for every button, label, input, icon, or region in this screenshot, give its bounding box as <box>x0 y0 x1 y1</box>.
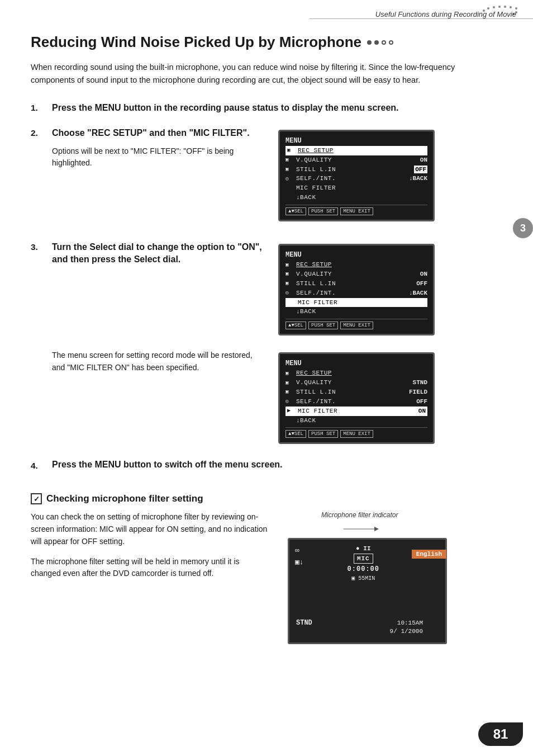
step-3-content: Turn the Select dial to change the optio… <box>52 241 511 445</box>
lcd-row-3a-mic: MIC FILTER <box>285 298 427 308</box>
step-2-label: Choose "REC SETUP" and then "MIC FILTER"… <box>52 127 264 139</box>
lcd-row-3b-self: ◎ SELF./INT. OFF <box>285 397 427 407</box>
lcd-icon-rec: ▣ <box>287 147 296 154</box>
step-4-label: Press the MENU button to switch off the … <box>52 460 283 471</box>
section-badge: 3 <box>513 218 533 238</box>
lcd-icon-vq: ▣ <box>285 157 294 163</box>
page-title-text: Reducing Wind Noise Picked Up by Microph… <box>31 34 361 51</box>
vf-dvd-remaining: ▣ 55MIN <box>351 575 375 582</box>
lcd-screen-3b: MENU ▣ REC SETUP ▣ V.QUALITY STND ▣ STIL… <box>278 352 435 444</box>
dot3 <box>382 40 386 45</box>
check-title: ✓ Checking microphone filter setting <box>31 493 511 504</box>
lcd-row-micfilter: MIC FILTER <box>285 183 427 193</box>
step-2: 2. Choose "REC SETUP" and then "MIC FILT… <box>31 127 511 221</box>
step-3-desc: The menu screen for setting record mode … <box>52 349 264 374</box>
step-2-content: Choose "REC SETUP" and then "MIC FILTER"… <box>52 127 511 221</box>
check-section: ✓ Checking microphone filter setting You… <box>31 493 511 644</box>
mic-filter-label: Microphone filter indicator <box>321 511 398 519</box>
lcd-row-3b-back: ↓BACK <box>285 416 427 426</box>
lcd-row-3b-mic: ▶ MIC FILTER ON <box>285 407 427 416</box>
english-badge: English <box>412 550 446 559</box>
step-3-label: Turn the Select dial to change the optio… <box>52 241 264 265</box>
page-number: 81 <box>493 726 508 742</box>
lcd-row-3a-rec: ▣ REC SETUP <box>285 260 427 270</box>
step-2-text: Choose "REC SETUP" and then "MIC FILTER"… <box>52 127 264 169</box>
lcd-menu-title: MENU <box>285 136 427 146</box>
lcd-row-3b-vq: ▣ V.QUALITY STND <box>285 378 427 388</box>
vf-timecode: 0:00:00 <box>348 565 379 573</box>
vf-bottom: STND 10:15AM 9/ 1/2000 <box>296 619 423 636</box>
section-number: 3 <box>520 223 526 234</box>
lcd-row-3a-still: ▣ STILL L.IN OFF <box>285 279 427 289</box>
vf-icons-left: ∞ ▣↓ <box>295 545 304 569</box>
lcd-row-3b-still: ▣ STILL L.IN FIELD <box>285 388 427 397</box>
step-3: 3. Turn the Select dial to change the op… <box>31 241 511 445</box>
page-title: Reducing Wind Noise Picked Up by Microph… <box>31 34 511 51</box>
lcd-bottom-bar: ▲▼SEL PUSH SET MENU EXIT <box>285 207 427 215</box>
step-1: 1. Press the MENU button in the recordin… <box>31 102 511 114</box>
lcd-screen-3a: MENU ▣ REC SETUP ▣ V.QUALITY ON ▣ STILL … <box>278 244 435 336</box>
check-icon: ✓ <box>31 493 42 504</box>
dot2 <box>374 40 379 45</box>
step-2-desc: Options will be next to "MIC FILTER": "O… <box>52 145 264 169</box>
lcd-screen-2: MENU ▣ REC SETUP ▣ V.QUALITY ON ▣ STILL <box>278 130 435 221</box>
step-3-text: Turn the Select dial to change the optio… <box>52 241 264 285</box>
mic-label-arrow <box>288 524 447 536</box>
lcd-menu-title-3b: MENU <box>285 358 427 368</box>
header-title: Useful Functions during Recording of Mov… <box>310 0 533 19</box>
lcd-row-vquality: ▣ V.QUALITY ON <box>285 155 427 165</box>
dot1 <box>367 40 372 45</box>
step-1-number: 1. <box>31 102 52 114</box>
lcd-divider <box>285 205 427 205</box>
viewfinder-screen: English ∞ ▣↓ ● II MIC 0:00:00 <box>288 538 447 644</box>
dot4 <box>389 40 393 45</box>
lcd-row-3b-rec: ▣ REC SETUP <box>285 368 427 378</box>
check-text: You can check the on setting of micropho… <box>31 511 271 587</box>
vf-stnd: STND <box>296 619 312 636</box>
lcd-row-back: ↓BACK <box>285 193 427 202</box>
check-para-1: You can check the on setting of micropho… <box>31 511 271 547</box>
viewfinder-container: Microphone filter indicator English <box>288 511 447 644</box>
lcd-row-3a-vq: ▣ V.QUALITY ON <box>285 270 427 279</box>
svg-marker-10 <box>374 527 379 531</box>
vf-rec-icon: ● II <box>356 545 370 552</box>
step-3-desc-col: The menu screen for setting record mode … <box>52 349 264 374</box>
lcd-row-3a-self: ◎ SELF./INT. ↓BACK <box>285 289 427 298</box>
step-4: 4. Press the MENU button to switch off t… <box>31 460 511 471</box>
lcd-icon-still: ▣ <box>285 166 294 173</box>
step-4-number: 4. <box>31 460 52 471</box>
check-para-2: The microphone filter setting will be he… <box>31 556 271 580</box>
lcd-menu-title-3a: MENU <box>285 250 427 260</box>
check-body: You can check the on setting of micropho… <box>31 511 511 644</box>
lcd-row-3a-back: ↓BACK <box>285 307 427 316</box>
title-dots <box>367 40 393 45</box>
lcd-row-stillin: ▣ STILL L.IN OFF <box>285 165 427 174</box>
step-2-number: 2. <box>31 127 52 221</box>
page-badge: 81 <box>478 722 523 746</box>
vf-datetime: 10:15AM 9/ 1/2000 <box>390 619 423 636</box>
vf-center: ● II MIC 0:00:00 ▣ 55MIN <box>348 545 379 582</box>
step-3-part2: The menu screen for setting record mode … <box>52 349 511 444</box>
lcd-row-rec-setup: ▣ REC SETUP <box>285 146 427 155</box>
step-3-number: 3. <box>31 241 52 445</box>
step-1-label: Press the MENU button in the recording p… <box>52 102 399 114</box>
lcd-row-selfint: ◎ SELF./INT. ↓BACK <box>285 174 427 183</box>
lcd-icon-self: ◎ <box>285 176 294 182</box>
intro-paragraph: When recording sound using the built-in … <box>31 61 489 86</box>
vf-mic-box: MIC <box>354 554 373 564</box>
